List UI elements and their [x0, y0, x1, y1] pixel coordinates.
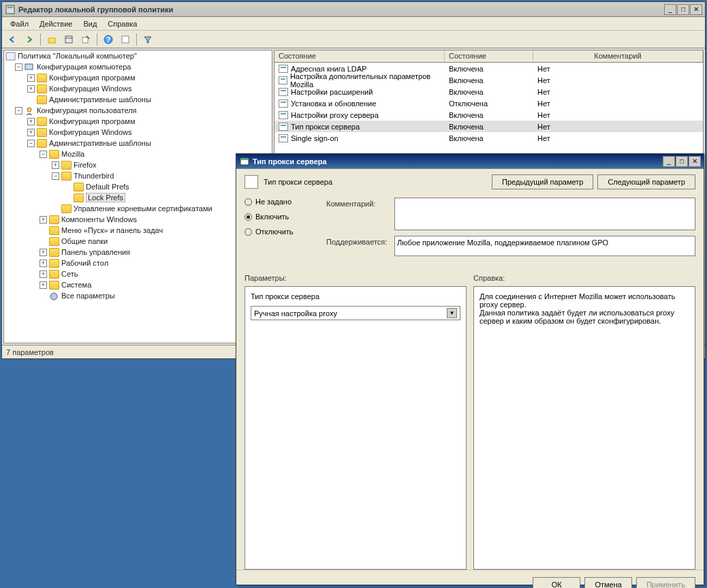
- expand-icon[interactable]: +: [40, 281, 47, 289]
- menu-help[interactable]: Справка: [102, 18, 142, 29]
- minimize-button[interactable]: _: [664, 4, 676, 15]
- tree-item[interactable]: Административные шаблоны: [49, 139, 151, 147]
- row-name: Настройки proxy сервера: [291, 111, 379, 119]
- tree-userconf[interactable]: Конфигурация пользователя: [37, 106, 137, 114]
- tree-item[interactable]: Административные шаблоны: [49, 95, 151, 104]
- radio-notconfigured[interactable]: Не задано: [245, 198, 326, 206]
- cancel-button[interactable]: Отмена: [584, 577, 632, 588]
- tree-item[interactable]: Конфигурация программ: [49, 117, 135, 125]
- expand-icon[interactable]: +: [40, 249, 47, 256]
- comment-label: Комментарий:: [326, 198, 394, 232]
- tree-compconf[interactable]: Конфигурация компьютера: [37, 63, 131, 71]
- col-comment[interactable]: Комментарий: [533, 50, 703, 62]
- row-comment: Нет: [537, 99, 550, 108]
- expand-icon[interactable]: −: [15, 63, 22, 71]
- tree-lockprefs[interactable]: Lock Prefs: [86, 193, 125, 202]
- col-name[interactable]: Состояние: [274, 50, 445, 62]
- comment-input[interactable]: [394, 198, 695, 230]
- svg-rect-8: [122, 36, 129, 43]
- back-icon[interactable]: [5, 32, 20, 47]
- row-name: Single sign-on: [291, 134, 339, 142]
- list-row[interactable]: Установка и обновлениеОтключенаНет: [274, 97, 703, 109]
- svg-rect-3: [65, 36, 72, 43]
- tree-firefox[interactable]: Firefox: [74, 161, 97, 169]
- tree-item[interactable]: Конфигурация Windows: [49, 84, 132, 93]
- tree-item[interactable]: Рабочий стол: [61, 259, 108, 267]
- tree-pane[interactable]: Политика "Локальный компьютер" −Конфигур…: [3, 50, 272, 343]
- prev-setting-button[interactable]: Предыдущий параметр: [492, 174, 593, 189]
- row-comment: Нет: [537, 123, 550, 131]
- tree-item[interactable]: Компоненты Windows: [61, 215, 137, 223]
- chevron-down-icon: ▼: [447, 308, 457, 318]
- list-row[interactable]: Настройка дополнительных параметров Mozi…: [274, 74, 703, 86]
- params-label: Параметры:: [245, 273, 467, 282]
- expand-icon[interactable]: +: [52, 161, 59, 169]
- tree-item[interactable]: Панель управления: [61, 248, 130, 256]
- maximize-button[interactable]: □: [677, 4, 689, 15]
- menu-view[interactable]: Вид: [78, 18, 102, 29]
- svg-rect-0: [6, 5, 14, 14]
- list-row[interactable]: Настройки расширенийВключенаНет: [274, 86, 703, 97]
- dialog-footer: ОК Отмена Применить: [236, 570, 704, 588]
- tree-item[interactable]: Общие папки: [61, 237, 108, 245]
- folder-icon: [37, 128, 47, 137]
- export-icon[interactable]: [78, 32, 93, 47]
- folder-icon: [49, 215, 59, 224]
- close-button[interactable]: ✕: [690, 4, 702, 15]
- menu-action[interactable]: Действие: [34, 18, 78, 29]
- folder-icon: [37, 95, 47, 104]
- row-state: Включена: [449, 111, 484, 119]
- help-text: Для соединения с Интернет Mozilla может …: [480, 292, 689, 325]
- expand-icon[interactable]: −: [27, 140, 35, 147]
- filter-icon[interactable]: [140, 32, 155, 47]
- expand-icon[interactable]: −: [15, 107, 22, 114]
- up-icon[interactable]: [44, 32, 59, 47]
- setting-icon: [279, 88, 288, 96]
- dialog-minimize-button[interactable]: _: [663, 156, 675, 167]
- dialog-close-button[interactable]: ✕: [689, 156, 701, 167]
- tree-item[interactable]: Все параметры: [61, 292, 115, 300]
- expand-icon[interactable]: +: [40, 216, 47, 223]
- list-row[interactable]: Тип прокси сервераВключенаНет: [274, 121, 703, 132]
- list-icon[interactable]: [61, 32, 76, 47]
- svg-rect-2: [48, 38, 55, 43]
- main-title: Редактор локальной групповой политики: [18, 5, 664, 14]
- list-row[interactable]: Single sign-onВключенаНет: [274, 132, 703, 144]
- setting-icon: [279, 134, 288, 142]
- tree-mozilla[interactable]: Mozilla: [61, 150, 84, 158]
- proxy-type-select[interactable]: Ручная настройка proxy ▼: [251, 306, 460, 320]
- col-state[interactable]: Состояние: [445, 50, 533, 62]
- tree-item[interactable]: Меню «Пуск» и панель задач: [61, 226, 163, 234]
- expand-icon[interactable]: −: [40, 151, 47, 158]
- radio-disabled[interactable]: Отключить: [245, 228, 326, 236]
- expand-icon[interactable]: +: [27, 85, 35, 93]
- setting-icon: [245, 175, 258, 189]
- tree-thunderbird[interactable]: Thunderbird: [74, 172, 114, 180]
- menu-file[interactable]: Файл: [5, 18, 34, 29]
- expand-icon[interactable]: +: [40, 270, 47, 278]
- tree-rootcert[interactable]: Управление корневыми сертификатами: [74, 204, 213, 213]
- tree-item[interactable]: Сеть: [61, 270, 78, 278]
- folder-icon: [61, 161, 72, 170]
- dialog-maximize-button[interactable]: □: [676, 156, 688, 167]
- help-icon[interactable]: ?: [101, 32, 116, 47]
- tree-defprefs[interactable]: Default Prefs: [86, 183, 129, 191]
- tree-root[interactable]: Политика "Локальный компьютер": [18, 52, 137, 60]
- folder-icon: [61, 172, 72, 181]
- tree-item[interactable]: Конфигурация программ: [49, 74, 135, 82]
- properties-icon[interactable]: [118, 32, 133, 47]
- expand-icon[interactable]: +: [40, 260, 47, 267]
- next-setting-button[interactable]: Следующий параметр: [597, 174, 695, 189]
- apply-button[interactable]: Применить: [636, 577, 695, 588]
- tree-item[interactable]: Система: [61, 281, 91, 289]
- svg-rect-9: [6, 52, 15, 60]
- radio-enabled[interactable]: Включить: [245, 213, 326, 221]
- expand-icon[interactable]: +: [27, 129, 35, 136]
- expand-icon[interactable]: −: [52, 172, 59, 180]
- forward-icon[interactable]: [22, 32, 37, 47]
- ok-button[interactable]: ОК: [533, 577, 580, 588]
- expand-icon[interactable]: +: [27, 74, 35, 82]
- list-row[interactable]: Настройки proxy сервераВключенаНет: [274, 109, 703, 121]
- expand-icon[interactable]: +: [27, 118, 35, 125]
- tree-item[interactable]: Конфигурация Windows: [49, 128, 132, 136]
